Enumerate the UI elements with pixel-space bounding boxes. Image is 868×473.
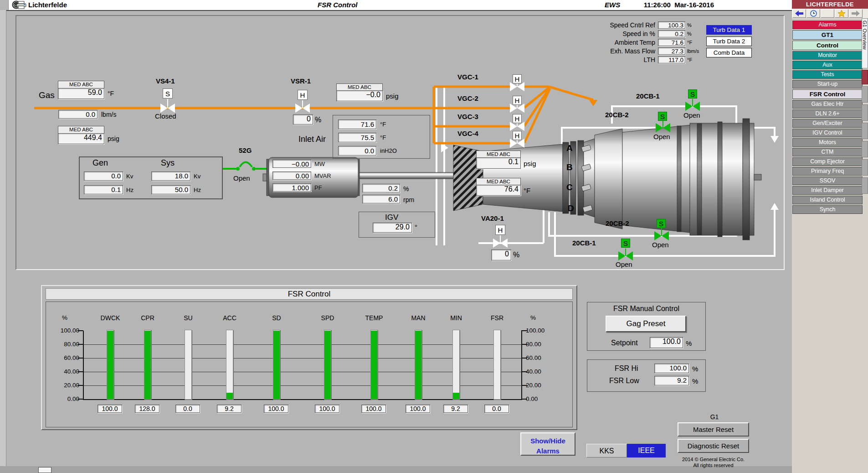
y-tick-left: [77, 344, 83, 345]
clock: 11:26:00 Mar-16-2016: [644, 1, 714, 9]
sidebar-item-island-control[interactable]: Island Control: [792, 196, 863, 204]
y-tick-left: [77, 330, 83, 331]
fsr-limits-panel: FSR Hi 100.0 % FSR Low 9.2 %: [587, 359, 706, 392]
bar-header-cpr: CPR: [127, 314, 168, 322]
process-diagram: [15, 15, 785, 270]
screen-tab-stub[interactable]: [862, 141, 868, 157]
y-tick-label-left: 100.00: [45, 327, 79, 334]
diagnostic-reset-button[interactable]: Diagnostic Reset: [678, 439, 749, 453]
sidebar-item-igv-control[interactable]: IGV Control: [792, 129, 863, 137]
button-turb-data-2[interactable]: Turb Data 2: [706, 36, 752, 46]
sidebar-item-dln-2-6-[interactable]: DLN 2.6+: [792, 109, 863, 118]
bar-value-sd: 100.0: [264, 405, 288, 413]
sidebar-item-gt1[interactable]: GT1: [792, 30, 863, 40]
sidebar-title: LICHTERFELDE: [792, 0, 868, 9]
history-clock-icon[interactable]: [806, 9, 820, 18]
forward-arrow-icon[interactable]: [849, 9, 863, 18]
unit-label: G1: [705, 413, 724, 421]
y-tick-label-right: 40.00: [526, 368, 560, 375]
print-icon[interactable]: [16, 1, 26, 11]
y-tick-label-right: 0.00: [526, 395, 560, 402]
copyright-line1: 2014 © General Electric Co.: [673, 457, 753, 463]
screen-tab-stub[interactable]: [862, 86, 868, 103]
fsr-low-unit: %: [692, 377, 698, 385]
button-turb-data-1[interactable]: Turb Data 1: [706, 25, 752, 35]
bar-track-su: [185, 330, 192, 400]
y-tick-right: [521, 385, 527, 386]
y-tick-label-left: 0.00: [45, 395, 79, 402]
screen-tab-stub[interactable]: [862, 177, 868, 194]
y-axis-right: [521, 331, 522, 400]
bar-value-dwck: 100.0: [98, 405, 122, 413]
sidebar-item-inlet-damper[interactable]: Inlet Damper: [792, 186, 863, 195]
bar-header-min: MIN: [436, 314, 477, 322]
sidebar-item-motors[interactable]: Motors: [792, 138, 863, 147]
bar-value-fsr: 0.0: [484, 405, 509, 413]
show-hide-alarms-button[interactable]: Show/Hide Alarms: [520, 432, 575, 456]
sidebar-item-start-up[interactable]: Start-up: [792, 80, 863, 88]
copyright-notice: 2014 © General Electric Co. All rights r…: [673, 457, 753, 468]
bar-fill-min: [453, 393, 459, 399]
sidebar-item-monitor[interactable]: Monitor: [792, 51, 863, 60]
bar-value-spd: 100.0: [315, 405, 339, 413]
y-tick-right: [521, 399, 527, 400]
bar-value-min: 9.2: [443, 405, 468, 413]
screen-tab-stub[interactable]: [862, 104, 868, 121]
master-reset-button[interactable]: Master Reset: [678, 422, 749, 437]
sidebar-item-aux[interactable]: Aux: [792, 61, 863, 69]
sidebar-item-ctm[interactable]: CTM: [792, 148, 863, 156]
screen-tab-g1-overview[interactable]: G1 Overview: [862, 18, 868, 68]
y-tick-right: [521, 371, 527, 372]
y-tick-label-left: 60.00: [45, 354, 79, 361]
bar-fill-spd: [324, 331, 331, 399]
y-axis-left: [83, 331, 84, 400]
bar-track-min: [452, 330, 460, 400]
show-hide-line2: Alarms: [521, 446, 575, 456]
sidebar-item-synch[interactable]: Synch: [792, 205, 863, 214]
sidebar-item-alarms[interactable]: Alarms: [792, 21, 863, 29]
sidebar-item-gas-elec-htr[interactable]: Gas Elec Htr: [792, 100, 863, 109]
bar-fill-temp: [371, 331, 377, 399]
sidebar-item-ssov[interactable]: SSOV: [792, 177, 863, 185]
y-tick-left: [77, 399, 83, 400]
screen-tab-stub[interactable]: [862, 123, 868, 139]
fsr-hi-value: 100.0: [654, 364, 689, 373]
fsr-chart-title: FSR Control: [46, 288, 573, 300]
bar-header-fsr: FSR: [477, 314, 518, 322]
sidebar-menu: AlarmsGT1ControlMonitorAuxTestsStart-upF…: [792, 19, 868, 214]
bar-header-man: MAN: [398, 314, 439, 322]
left-edge-strip: [0, 10, 6, 473]
fuel-gas-piping: [34, 87, 593, 143]
sidebar-item-fsr-control[interactable]: FSR Control: [792, 89, 863, 99]
y-tick-left: [77, 371, 83, 372]
screen-tab-current[interactable]: [862, 70, 868, 84]
sidebar-item-comp-ejector[interactable]: Comp Ejector: [792, 157, 863, 166]
sidebar-item-control[interactable]: Control: [792, 41, 863, 50]
bar-value-acc: 9.2: [217, 405, 241, 413]
setpoint-value[interactable]: 100.0: [650, 337, 683, 348]
plant-name: Lichterfelde: [28, 1, 67, 9]
bar-track-acc: [226, 330, 233, 400]
gag-preset-button[interactable]: Gag Preset: [606, 316, 686, 332]
y-tick-label-right: 60.00: [526, 354, 560, 361]
back-arrow-icon[interactable]: [792, 9, 806, 18]
show-hide-line1: Show/Hide: [521, 436, 575, 446]
sidebar-item-primary-freq[interactable]: Primary Freq: [792, 167, 863, 176]
kks-toggle-button[interactable]: KKS: [586, 444, 627, 457]
favorites-star-icon[interactable]: [835, 9, 848, 18]
fsr-low-value: 9.2: [654, 376, 689, 385]
fsr-hi-unit: %: [692, 365, 698, 373]
fsr-chart-panel: FSR Control % % 100.00100.0080.0080.0060…: [41, 285, 577, 430]
y-tick-label-right: 20.00: [526, 382, 560, 389]
y-tick-label-left: 80.00: [45, 341, 79, 348]
sidebar-item-gen-exciter[interactable]: Gen/Exciter: [792, 119, 863, 128]
bar-fill-sd: [273, 331, 280, 399]
scrollbar-thumb[interactable]: [38, 467, 51, 473]
y-tick-right: [521, 330, 527, 331]
sidebar-item-tests[interactable]: Tests: [792, 70, 863, 79]
breaker-52g-graphic[interactable]: [223, 162, 269, 171]
screen-tab-stub[interactable]: [862, 159, 868, 176]
button-comb-data[interactable]: Comb Data: [706, 48, 752, 57]
navigation-sidebar: LICHTERFELDE AlarmsGT1ControlMonitorAuxT…: [792, 0, 868, 473]
ieee-toggle-button[interactable]: IEEE: [627, 444, 666, 457]
